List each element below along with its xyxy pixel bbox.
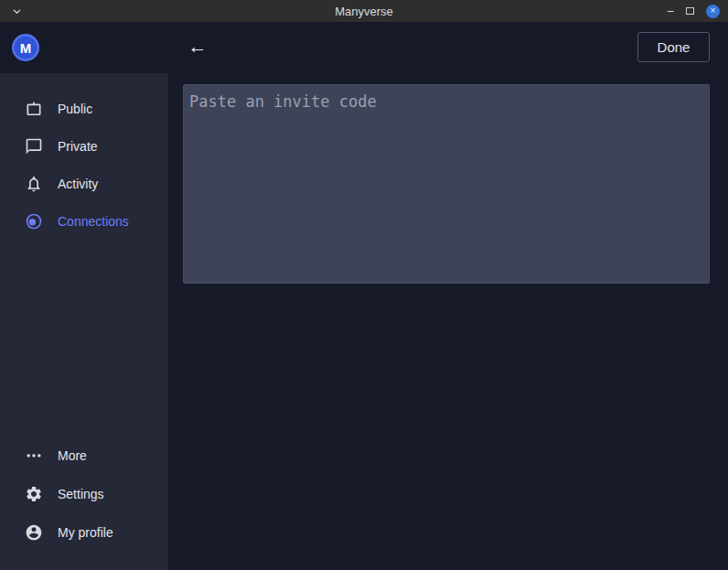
private-chat-bubble-icon bbox=[25, 137, 43, 156]
sidebar-item-more[interactable]: More bbox=[0, 436, 168, 475]
restore-button[interactable] bbox=[686, 7, 694, 15]
sidebar-item-private[interactable]: Private bbox=[0, 127, 168, 165]
close-x-icon: × bbox=[711, 6, 716, 16]
settings-gear-icon bbox=[25, 485, 43, 503]
sidebar-item-settings[interactable]: Settings bbox=[0, 475, 168, 513]
close-button[interactable]: × bbox=[706, 5, 720, 18]
sidebar-footer: More Settings My profile bbox=[0, 436, 168, 552]
sidebar-item-label: Activity bbox=[58, 177, 98, 191]
sidebar-item-label: Private bbox=[58, 139, 98, 154]
sidebar: Public Private Activity bbox=[0, 73, 168, 570]
app-body: Public Private Activity bbox=[0, 73, 728, 570]
back-arrow-icon: ← bbox=[188, 36, 208, 58]
window-title: Manyverse bbox=[0, 5, 728, 18]
window-titlebar: Manyverse − × bbox=[0, 0, 728, 22]
main-content bbox=[168, 73, 728, 570]
sidebar-item-connections[interactable]: Connections bbox=[0, 202, 168, 240]
sidebar-item-public[interactable]: Public bbox=[0, 90, 168, 127]
sidebar-item-label: Settings bbox=[58, 487, 104, 501]
app-header: M ← Done bbox=[0, 22, 728, 73]
sidebar-item-label: Public bbox=[58, 102, 92, 116]
window-menu-chevron-icon[interactable] bbox=[12, 6, 22, 16]
sidebar-item-label: Connections bbox=[58, 214, 129, 229]
back-button[interactable]: ← bbox=[185, 34, 210, 59]
connections-swarm-icon bbox=[25, 212, 43, 231]
sidebar-item-label: My profile bbox=[58, 525, 113, 540]
more-dots-icon bbox=[25, 446, 43, 465]
sidebar-item-activity[interactable]: Activity bbox=[0, 165, 168, 202]
window-controls: − × bbox=[667, 5, 728, 18]
done-button[interactable]: Done bbox=[637, 32, 710, 62]
manyverse-logo-icon: M bbox=[12, 34, 39, 61]
minimize-button[interactable]: − bbox=[667, 5, 674, 17]
public-bulletin-board-icon bbox=[25, 100, 43, 118]
activity-bell-icon bbox=[25, 175, 43, 193]
invite-code-input[interactable] bbox=[183, 84, 710, 284]
sidebar-item-label: More bbox=[58, 448, 87, 463]
logo-letter: M bbox=[20, 40, 32, 56]
profile-person-icon bbox=[25, 523, 43, 542]
sidebar-item-my-profile[interactable]: My profile bbox=[0, 513, 168, 552]
